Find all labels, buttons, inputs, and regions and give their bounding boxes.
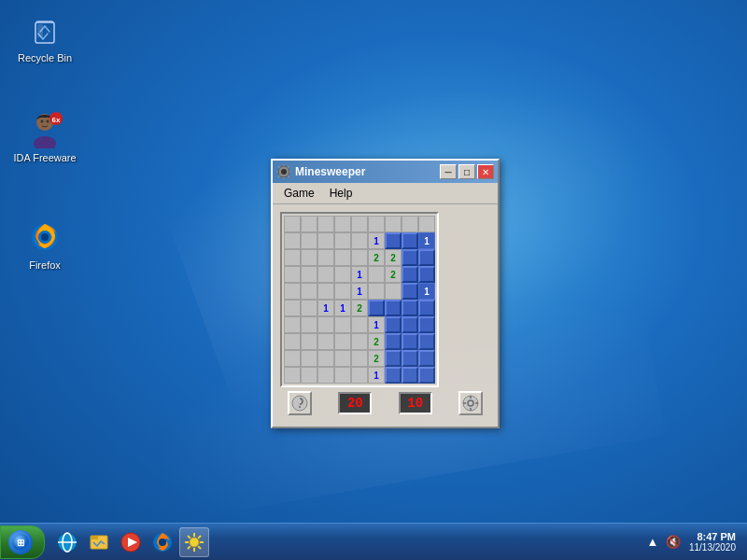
cell[interactable]: 2 <box>368 350 385 367</box>
cell[interactable] <box>402 333 418 350</box>
cell[interactable] <box>351 216 368 232</box>
cell[interactable] <box>351 232 368 249</box>
cell[interactable] <box>402 300 418 316</box>
cell[interactable] <box>334 283 351 300</box>
cell[interactable] <box>402 316 418 333</box>
cell[interactable] <box>418 350 435 367</box>
taskbar-explorer-icon[interactable] <box>84 527 114 557</box>
cell[interactable]: 1 <box>351 266 368 283</box>
cell[interactable] <box>284 249 301 266</box>
recycle-bin-icon[interactable]: Recycle Bin <box>7 7 82 68</box>
options-button[interactable] <box>458 391 483 415</box>
cell[interactable] <box>351 367 368 384</box>
cell[interactable] <box>418 216 435 232</box>
cell[interactable] <box>284 232 301 249</box>
cell[interactable] <box>301 266 317 283</box>
cell[interactable] <box>368 300 385 316</box>
cell[interactable] <box>418 266 435 283</box>
cell[interactable] <box>301 300 317 316</box>
taskbar-ie-icon[interactable] <box>52 527 82 557</box>
hint-button[interactable] <box>288 391 312 415</box>
cell[interactable] <box>385 232 402 249</box>
cell[interactable] <box>317 283 334 300</box>
firefox-icon[interactable]: Firefox <box>7 215 82 275</box>
minimize-button[interactable]: ─ <box>440 164 457 179</box>
cell[interactable] <box>368 283 385 300</box>
cell[interactable]: 1 <box>418 283 435 300</box>
cell[interactable] <box>317 316 334 333</box>
cell[interactable]: 1 <box>368 316 385 333</box>
cell[interactable]: 2 <box>368 249 385 266</box>
cell[interactable] <box>418 367 435 384</box>
cell[interactable]: 1 <box>334 300 351 316</box>
cell[interactable] <box>418 316 435 333</box>
cell[interactable]: 2 <box>368 333 385 350</box>
cell[interactable] <box>301 367 317 384</box>
cell[interactable] <box>284 216 301 232</box>
cell[interactable] <box>385 350 402 367</box>
cell[interactable] <box>301 283 317 300</box>
cell[interactable] <box>385 300 402 316</box>
cell[interactable] <box>284 316 301 333</box>
system-clock[interactable]: 8:47 PM 11/13/2020 <box>685 531 740 553</box>
cell[interactable] <box>385 283 402 300</box>
cell[interactable] <box>284 350 301 367</box>
cell[interactable] <box>351 350 368 367</box>
cell[interactable] <box>317 350 334 367</box>
cell[interactable] <box>284 266 301 283</box>
cell[interactable] <box>334 350 351 367</box>
cell[interactable] <box>402 350 418 367</box>
help-menu[interactable]: Help <box>322 185 360 202</box>
cell[interactable] <box>301 333 317 350</box>
cell[interactable]: 2 <box>385 249 402 266</box>
taskbar-media-icon[interactable] <box>116 527 146 557</box>
cell[interactable] <box>334 232 351 249</box>
taskbar-minesweeper-icon[interactable] <box>179 527 209 557</box>
cell[interactable] <box>368 266 385 283</box>
cell[interactable] <box>351 249 368 266</box>
tray-volume-icon[interactable]: 🔇 <box>665 534 682 551</box>
cell[interactable] <box>301 249 317 266</box>
cell[interactable] <box>317 367 334 384</box>
cell[interactable]: 2 <box>385 266 402 283</box>
cell[interactable] <box>334 367 351 384</box>
cell[interactable] <box>317 249 334 266</box>
cell[interactable] <box>284 283 301 300</box>
cell[interactable] <box>368 216 385 232</box>
taskbar-firefox-icon[interactable] <box>148 527 177 557</box>
cell[interactable]: 1 <box>368 367 385 384</box>
close-button[interactable]: ✕ <box>477 164 494 179</box>
cell[interactable] <box>402 283 418 300</box>
cell[interactable] <box>284 367 301 384</box>
cell[interactable] <box>351 316 368 333</box>
cell[interactable] <box>385 316 402 333</box>
cell[interactable] <box>402 249 418 266</box>
cell[interactable] <box>418 333 435 350</box>
cell[interactable] <box>334 249 351 266</box>
cell[interactable] <box>402 266 418 283</box>
maximize-button[interactable]: □ <box>458 164 475 179</box>
cell[interactable]: 1 <box>368 232 385 249</box>
cell[interactable] <box>301 216 317 232</box>
cell[interactable]: 1 <box>418 232 435 249</box>
cell[interactable] <box>301 316 317 333</box>
cell[interactable] <box>317 216 334 232</box>
cell[interactable] <box>385 333 402 350</box>
cell[interactable] <box>284 333 301 350</box>
cell[interactable]: 1 <box>351 283 368 300</box>
cell[interactable] <box>301 232 317 249</box>
cell[interactable] <box>301 350 317 367</box>
cell[interactable] <box>402 367 418 384</box>
cell[interactable] <box>317 232 334 249</box>
cell[interactable] <box>317 266 334 283</box>
tray-arrow-icon[interactable]: ▲ <box>644 534 661 551</box>
cell[interactable] <box>284 300 301 316</box>
cell[interactable] <box>334 216 351 232</box>
cell[interactable] <box>317 333 334 350</box>
cell[interactable] <box>351 333 368 350</box>
start-button[interactable]: ⊞ <box>0 525 45 559</box>
cell[interactable] <box>334 316 351 333</box>
cell[interactable] <box>402 216 418 232</box>
cell[interactable] <box>334 266 351 283</box>
cell[interactable] <box>385 367 402 384</box>
